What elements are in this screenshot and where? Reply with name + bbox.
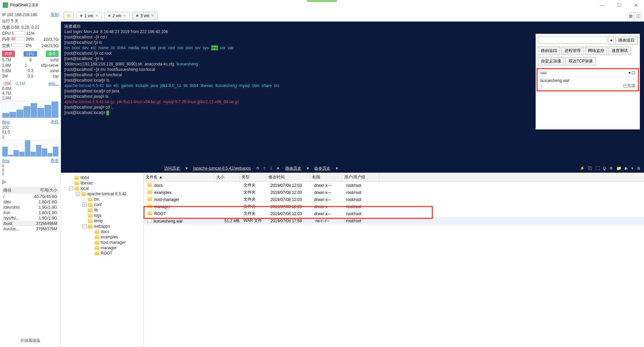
app-title: FinalShell 2.9.8 [10, 3, 38, 7]
session-tab[interactable]: 1 vm✕ [76, 12, 102, 20]
graph-tick: 6.8M [2, 86, 11, 91]
current-path[interactable]: /apache-tomcat-8.5.42/webapps [193, 166, 251, 171]
col-filename[interactable]: 文件名 ▲ [143, 173, 214, 181]
visit-history-link[interactable]: 访问历史 [164, 166, 180, 171]
disk-row[interactable]: /40.7G/45.6G [2, 194, 59, 199]
tree-expand-icon[interactable]: − [83, 224, 87, 228]
file-row[interactable]: docs文件夹2019/07/08 12:03drwxr-x---root/ro… [143, 182, 644, 189]
ping-label[interactable]: 9ms [2, 120, 10, 124]
refresh-icon[interactable]: ⟳ [256, 166, 259, 171]
tree-node[interactable]: examples [62, 234, 142, 240]
tree-node[interactable]: −apache-tomcat-8.5.42 [62, 191, 142, 197]
tree-node[interactable]: lib [62, 207, 142, 213]
tab-close-icon[interactable]: ✕ [95, 14, 98, 18]
file-row[interactable]: liuxuesheng.war51.2 MBWAR 文件2019/07/08 1… [143, 217, 644, 224]
process-row[interactable]: 5.6M0.3sshd [2, 68, 59, 74]
tab-memory[interactable]: 内存 [2, 51, 15, 57]
panel-tool-button[interactable]: 速度测试 [609, 47, 631, 55]
cmd-history-link[interactable]: 命令历史 [314, 166, 330, 171]
tree-node[interactable]: manager [62, 245, 142, 251]
maximize-icon[interactable]: ⛶ [595, 166, 600, 171]
process-row[interactable]: 1.9M1sftp-serve [2, 63, 59, 68]
panel-tool-button[interactable]: 路由追踪 [538, 47, 560, 55]
col-perm[interactable]: 权限 [310, 173, 342, 181]
tree-node[interactable]: bin [62, 197, 142, 202]
tab-close-icon[interactable]: ✕ [123, 14, 126, 18]
tree-node[interactable]: temp [62, 218, 142, 224]
disk-row[interactable]: /dev/shm1.9G/1.9G [2, 205, 59, 210]
tree-node[interactable]: host-manager [62, 240, 142, 245]
tree-node[interactable]: ROOT [62, 251, 142, 256]
tree-expand-icon[interactable]: − [76, 192, 80, 196]
custom-accel-button[interactable]: 自定义加速 [538, 57, 564, 65]
file-list-header[interactable]: 文件名 ▲ 大小 类型 修改时间 权限 用户/用户组 [143, 173, 644, 182]
disk-row[interactable]: /boot372M/496M [2, 221, 59, 226]
star-icon[interactable]: ★ [276, 166, 280, 171]
minimize-button[interactable]: — [597, 1, 608, 9]
col-user[interactable]: 用户/用户组 [342, 173, 379, 181]
copy-icon[interactable]: ⿻ [588, 166, 592, 171]
disk-row[interactable]: /dev1.8G/1.8G [2, 199, 59, 205]
panel-tool-button[interactable]: 网络监控 [585, 47, 607, 55]
expand-icon[interactable]: ▾ ☐ [629, 70, 635, 75]
tree-node[interactable]: −local [62, 186, 142, 191]
file-row[interactable]: manager文件夹2019/07/08 12:03drwxr-x---root… [143, 203, 644, 210]
tcp-accel-button[interactable]: 双边TCP加速 [566, 57, 596, 65]
panel-tool-button[interactable]: 进程管理 [561, 47, 584, 55]
search-icon[interactable]: Q [603, 166, 606, 171]
screen-icon[interactable]: 🖥 [637, 166, 641, 171]
dropdown-icon[interactable]: ▾ [609, 36, 614, 45]
net-interface[interactable]: eno... [49, 81, 59, 86]
download-icon[interactable]: ⇩ [269, 166, 273, 171]
file-row[interactable]: examples文件夹2019/07/08 12:03drwxr-x---roo… [143, 189, 644, 196]
disk-row[interactable]: /sys/fs/...1.9G/1.9G [2, 215, 59, 221]
tree-node[interactable]: docs [62, 229, 142, 234]
close-button[interactable]: ✕ [631, 1, 641, 9]
maximize-button[interactable]: ☐ [614, 1, 625, 9]
disk-row[interactable]: /run1.8G/1.9G [2, 210, 59, 215]
trace-button[interactable]: 路由追踪 [615, 36, 638, 45]
process-row[interactable]: 3M0.3top [2, 74, 59, 79]
disk-hdr-path: 路径 [2, 187, 32, 193]
play-icon[interactable]: ▶ [625, 166, 628, 171]
tab-cpu[interactable]: CPU [24, 51, 37, 57]
process-row[interactable]: 5.7M9sshd [2, 57, 59, 63]
latency-label[interactable]: 0ms [2, 158, 10, 163]
tree-node[interactable]: −webapps [62, 224, 142, 229]
directory-tree[interactable]: lib64libexec−local−apache-tomcat-8.5.42b… [61, 173, 143, 347]
tab-close-icon[interactable]: ✕ [151, 14, 154, 18]
play-icon[interactable]: ▶ [2, 177, 7, 185]
upload-icon[interactable]: ⇧ [263, 166, 266, 171]
folder-icon[interactable]: 📁 [616, 166, 621, 171]
tree-node[interactable]: libexec [62, 180, 142, 186]
route-history-link[interactable]: 路由历史 [285, 166, 301, 171]
view-split-icon[interactable]: ◫ [635, 12, 641, 19]
session-tab[interactable]: 2 vm✕ [104, 12, 130, 20]
session-tab[interactable]: 3 vm✕ [132, 12, 158, 20]
folder-icon [88, 224, 93, 228]
menu-icon[interactable]: ▾ [631, 166, 633, 171]
uptime: 运行 5 天 [2, 18, 19, 24]
upgrade-link[interactable]: 升级高级版 [2, 336, 59, 346]
file-row[interactable]: host-manager文件夹2019/07/08 12:03drwxr-x--… [143, 196, 644, 203]
trace-host-input[interactable] [538, 36, 607, 44]
tree-expand-icon[interactable]: + [83, 203, 87, 207]
col-type[interactable]: 类型 [239, 173, 266, 181]
copy-ip-link[interactable]: 复制 [51, 12, 59, 18]
col-time[interactable]: 修改时间 [266, 173, 310, 181]
col-size[interactable]: 大小 [214, 173, 239, 181]
file-row[interactable]: ROOT文件夹2019/07/08 12:03drwxr-x---root/ro… [143, 210, 644, 217]
host-label[interactable]: 本机 [51, 119, 59, 125]
tree-node[interactable]: +conf [62, 202, 142, 207]
folder-button[interactable]: 📁 [64, 12, 74, 20]
cpu-pct: 11% [26, 31, 34, 36]
disk-row[interactable]: /run/us...379M/379M [2, 226, 59, 232]
gear-icon[interactable]: ⚙ [609, 166, 613, 171]
tree-node[interactable]: logs [62, 213, 142, 218]
bolt-icon[interactable]: ⚡ [580, 166, 585, 171]
tab-command[interactable]: 命令 [46, 51, 59, 57]
view-grid-icon[interactable]: ▦ [627, 12, 634, 19]
tree-expand-icon[interactable]: − [69, 186, 73, 191]
tree-node[interactable]: lib64 [62, 175, 142, 180]
region-select[interactable]: 香港 [51, 158, 59, 164]
